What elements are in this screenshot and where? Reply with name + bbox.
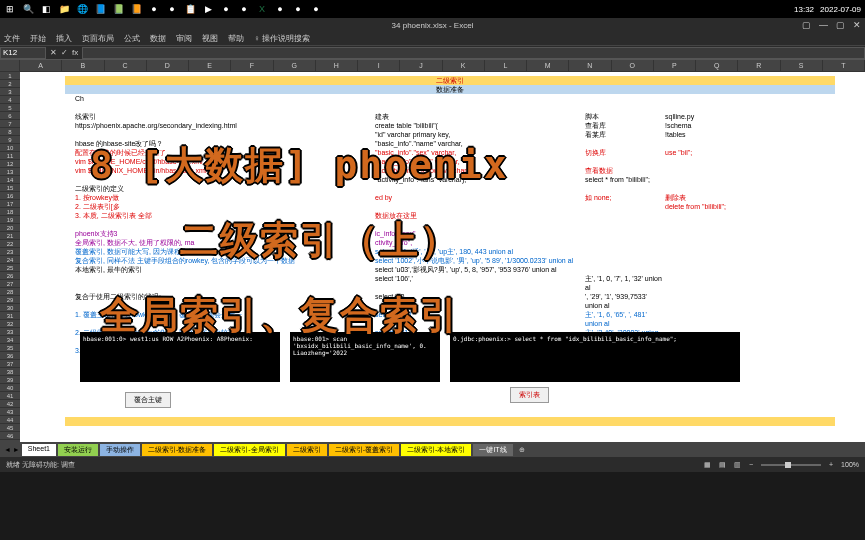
- row-header[interactable]: 3: [0, 88, 20, 96]
- row-header[interactable]: 27: [0, 280, 20, 288]
- column-header[interactable]: S: [781, 60, 823, 71]
- row-header[interactable]: 32: [0, 320, 20, 328]
- cell[interactable]: [665, 274, 745, 292]
- app-icon[interactable]: 📙: [130, 3, 142, 15]
- row-header[interactable]: 9: [0, 136, 20, 144]
- cell[interactable]: use "bil";: [665, 148, 745, 157]
- cell[interactable]: [665, 211, 745, 220]
- ribbon-tab[interactable]: 开始: [30, 33, 46, 44]
- minimize-icon[interactable]: —: [819, 20, 828, 30]
- tell-me-search[interactable]: ♀ 操作说明搜索: [254, 33, 310, 44]
- cell[interactable]: [665, 166, 745, 175]
- cell[interactable]: [585, 202, 665, 211]
- confirm-icon[interactable]: ✓: [61, 48, 68, 57]
- app-icon[interactable]: ▶: [202, 3, 214, 15]
- cell[interactable]: [585, 238, 665, 247]
- row-header[interactable]: 26: [0, 272, 20, 280]
- cell[interactable]: [65, 103, 375, 112]
- start-icon[interactable]: ⊞: [4, 3, 16, 15]
- column-header[interactable]: J: [400, 60, 442, 71]
- row-header[interactable]: 29: [0, 296, 20, 304]
- ribbon-tab[interactable]: 文件: [4, 33, 20, 44]
- cell[interactable]: [585, 211, 665, 220]
- column-header[interactable]: K: [443, 60, 485, 71]
- cell[interactable]: !tables: [665, 130, 745, 139]
- row-header[interactable]: 44: [0, 416, 20, 424]
- column-header[interactable]: H: [316, 60, 358, 71]
- row-header[interactable]: 11: [0, 152, 20, 160]
- sheet-tab[interactable]: 二级索引-数据准备: [142, 444, 212, 456]
- app-icon[interactable]: ●: [310, 3, 322, 15]
- row-header[interactable]: 17: [0, 200, 20, 208]
- cell[interactable]: ', '29', '1', '939,7533' union al: [585, 292, 665, 310]
- excel-icon[interactable]: X: [256, 3, 268, 15]
- close-icon[interactable]: ✕: [853, 20, 861, 30]
- cell[interactable]: [585, 103, 665, 112]
- row-header[interactable]: 14: [0, 176, 20, 184]
- cell[interactable]: [665, 184, 745, 193]
- sheet-tab[interactable]: 二级索引-本地索引: [401, 444, 471, 456]
- cell[interactable]: [585, 184, 665, 193]
- row-header[interactable]: 18: [0, 208, 20, 216]
- row-header[interactable]: 41: [0, 392, 20, 400]
- ribbon-tab[interactable]: 公式: [124, 33, 140, 44]
- row-header[interactable]: 12: [0, 160, 20, 168]
- cell[interactable]: [665, 220, 745, 229]
- column-header[interactable]: Q: [696, 60, 738, 71]
- zoom-in-icon[interactable]: +: [829, 461, 833, 468]
- row-header[interactable]: 30: [0, 304, 20, 312]
- cell[interactable]: 脚本: [585, 112, 665, 121]
- row-header[interactable]: 10: [0, 144, 20, 152]
- row-header[interactable]: 4: [0, 96, 20, 104]
- column-header[interactable]: N: [569, 60, 611, 71]
- cell[interactable]: [665, 139, 745, 148]
- cell[interactable]: 查看库: [585, 121, 665, 130]
- row-header[interactable]: 22: [0, 240, 20, 248]
- cell[interactable]: [65, 130, 375, 139]
- cell[interactable]: 主', '1, 0, '7', 1, '32' union al: [585, 274, 665, 292]
- ribbon-tab[interactable]: 页面布局: [82, 33, 114, 44]
- sheet-tab[interactable]: 二级索引-全局索引: [214, 444, 284, 456]
- cell[interactable]: select 'u03','影视风?男', 'up', 5, 8, '957',…: [375, 265, 585, 274]
- column-header[interactable]: M: [527, 60, 569, 71]
- sheet-tab[interactable]: 二级索引-覆盖索引: [329, 444, 399, 456]
- cell[interactable]: https://phoenix.apache.org/secondary_ind…: [65, 121, 375, 130]
- cell[interactable]: [665, 229, 745, 238]
- app-icon[interactable]: ●: [292, 3, 304, 15]
- view-layout-icon[interactable]: ▤: [719, 461, 726, 469]
- row-header[interactable]: 8: [0, 128, 20, 136]
- view-break-icon[interactable]: ▥: [734, 461, 741, 469]
- taskbar-clock[interactable]: 13:32 2022-07-09: [794, 5, 861, 14]
- app-icon[interactable]: 📗: [112, 3, 124, 15]
- cancel-icon[interactable]: ✕: [50, 48, 57, 57]
- new-sheet-icon[interactable]: ⊕: [519, 446, 525, 454]
- cell[interactable]: [665, 103, 745, 112]
- cell[interactable]: "id" varchar primary key,: [375, 130, 585, 139]
- fx-icon[interactable]: fx: [72, 48, 78, 57]
- row-header[interactable]: 15: [0, 184, 20, 192]
- row-header[interactable]: 42: [0, 400, 20, 408]
- row-header[interactable]: 43: [0, 408, 20, 416]
- cell[interactable]: [585, 139, 665, 148]
- column-header[interactable]: G: [274, 60, 316, 71]
- column-header[interactable]: O: [612, 60, 654, 71]
- row-header[interactable]: 31: [0, 312, 20, 320]
- app-icon[interactable]: 📘: [94, 3, 106, 15]
- cell[interactable]: 2. 二级表引[多: [65, 202, 375, 211]
- ribbon-tab[interactable]: 审阅: [176, 33, 192, 44]
- cell[interactable]: [665, 175, 745, 184]
- cell[interactable]: 建表: [375, 112, 585, 121]
- cell[interactable]: [585, 265, 665, 274]
- column-header[interactable]: I: [358, 60, 400, 71]
- cell[interactable]: 线索引: [65, 112, 375, 121]
- row-header[interactable]: 24: [0, 256, 20, 264]
- row-header[interactable]: 40: [0, 384, 20, 392]
- app-icon[interactable]: ●: [274, 3, 286, 15]
- row-header[interactable]: 35: [0, 344, 20, 352]
- name-box[interactable]: K12: [0, 47, 46, 59]
- cell[interactable]: [585, 94, 665, 103]
- zoom-slider[interactable]: [761, 464, 821, 466]
- column-header[interactable]: L: [485, 60, 527, 71]
- column-header[interactable]: A: [20, 60, 62, 71]
- app-icon[interactable]: ●: [148, 3, 160, 15]
